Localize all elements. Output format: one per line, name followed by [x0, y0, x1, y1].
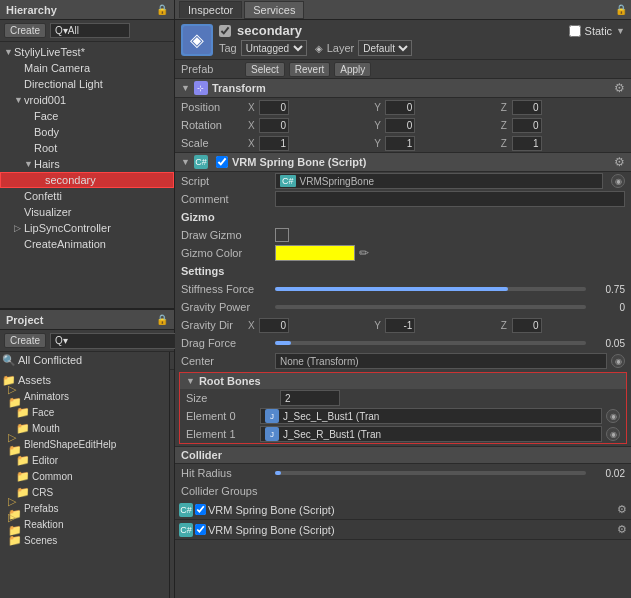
inspector-lock-icon[interactable]: 🔒 — [615, 4, 627, 15]
object-active-checkbox[interactable] — [219, 25, 231, 37]
pos-x-input[interactable] — [259, 100, 289, 115]
tree-item-stylylivetest[interactable]: ▼ StyliyLiveTest* — [0, 44, 174, 60]
tree-item-secondary[interactable]: secondary — [0, 172, 174, 188]
crs-folder[interactable]: 📁 CRS — [0, 484, 169, 500]
layer-select[interactable]: Default — [358, 40, 412, 56]
common-folder[interactable]: 📁 Common — [0, 468, 169, 484]
vrm-spring-bottom-1[interactable]: C# VRM Spring Bone (Script) ⚙ — [175, 500, 631, 520]
center-circle-btn[interactable]: ◉ — [611, 354, 625, 368]
script-circle-btn[interactable]: ◉ — [611, 174, 625, 188]
tag-select[interactable]: Untagged — [241, 40, 307, 56]
comment-input[interactable] — [275, 191, 625, 207]
editor-folder[interactable]: 📁 Editor — [0, 452, 169, 468]
assets-folder[interactable]: 📁 Assets — [0, 372, 169, 388]
vrm-spring-bottom-2[interactable]: C# VRM Spring Bone (Script) ⚙ — [175, 520, 631, 540]
scenes-folder[interactable]: 📁 Scenes — [0, 532, 169, 548]
project-create-button[interactable]: Create — [4, 333, 46, 348]
tree-item-visualizer[interactable]: Visualizer — [0, 204, 174, 220]
tree-item-root[interactable]: Root — [0, 140, 174, 156]
scl-z-input[interactable] — [512, 136, 542, 151]
hierarchy-search[interactable] — [50, 23, 130, 38]
prefabs-folder[interactable]: ▷📁 Prefabs — [0, 500, 169, 516]
blendshaped-folder[interactable]: ▷📁 BlendShapeEditHelp — [0, 436, 169, 452]
static-dropdown-icon[interactable]: ▼ — [616, 26, 625, 36]
scl-x-input[interactable] — [259, 136, 289, 151]
reaktion-folder[interactable]: ▷📁 Reaktion — [0, 516, 169, 532]
element0-field[interactable]: J J_Sec_L_Bust1 (Tran — [260, 408, 602, 424]
scl-y-input[interactable] — [385, 136, 415, 151]
script-createbone[interactable]: C# CreateBoneAnimG — [170, 386, 174, 402]
scl-y-field: Y — [374, 136, 498, 151]
gizmo-section-label: Gizmo — [181, 211, 215, 223]
tree-item-body[interactable]: Body — [0, 124, 174, 140]
vrm-bottom1-gear[interactable]: ⚙ — [617, 503, 627, 516]
grav-z-input[interactable] — [512, 318, 542, 333]
prefab-revert-button[interactable]: Revert — [289, 62, 330, 77]
rot-y-input[interactable] — [385, 118, 415, 133]
mouth-label: Mouth — [32, 423, 60, 434]
transform-settings-icon[interactable]: ⚙ — [614, 81, 625, 95]
pos-z-input[interactable] — [512, 100, 542, 115]
vrm-bottom2-checkbox[interactable] — [195, 524, 206, 535]
collider-section-row: Collider — [175, 446, 631, 464]
hit-radius-slider[interactable] — [275, 471, 586, 475]
animators-folder[interactable]: ▷📁 Animators — [0, 388, 169, 404]
vrm-spring-section-header[interactable]: ▼ C# VRM Spring Bone (Script) ⚙ — [175, 152, 631, 172]
pos-y-input[interactable] — [385, 100, 415, 115]
tree-label-secondary: secondary — [45, 174, 96, 186]
static-checkbox[interactable] — [569, 25, 581, 37]
rotation-fields: X Y Z — [248, 118, 625, 133]
hierarchy-header: Hierarchy 🔒 — [0, 0, 174, 20]
scl-x-field: X — [248, 136, 372, 151]
draw-gizmo-checkbox[interactable] — [275, 228, 289, 242]
tree-item-vroid001[interactable]: ▼ vroid001 — [0, 92, 174, 108]
vrm-active-checkbox[interactable] — [216, 156, 228, 168]
vrm-settings-icon[interactable]: ⚙ — [614, 155, 625, 169]
services-tab[interactable]: Services — [244, 1, 304, 19]
vrm-script-icon: C# — [194, 155, 208, 169]
tree-item-hairs[interactable]: ▼ Hairs — [0, 156, 174, 172]
stiffness-slider[interactable] — [275, 287, 586, 291]
project-search[interactable] — [50, 333, 187, 349]
stiffness-label: Stiffness Force — [181, 283, 271, 295]
mouth-folder[interactable]: 📁 Mouth — [0, 420, 169, 436]
hierarchy-create-button[interactable]: Create — [4, 23, 46, 38]
center-field[interactable]: None (Transform) — [275, 353, 607, 369]
folder-icon-scenes: 📁 — [8, 534, 22, 547]
vrm-bottom1-checkbox[interactable] — [195, 504, 206, 515]
tree-item-main-camera[interactable]: Main Camera — [0, 60, 174, 76]
gravity-power-slider[interactable] — [275, 305, 586, 309]
position-label: Position — [181, 101, 246, 113]
rot-z-input[interactable] — [512, 118, 542, 133]
grav-y-input[interactable] — [385, 318, 415, 333]
element1-value: J_Sec_R_Bust1 (Tran — [283, 429, 381, 440]
vrm-bottom1-label: VRM Spring Bone (Script) — [208, 504, 615, 516]
tree-item-directional-light[interactable]: Directional Light — [0, 76, 174, 92]
vrm-options: ⚙ — [614, 155, 625, 169]
script-field[interactable]: C# VRMSpringBone — [275, 173, 603, 189]
prefab-apply-button[interactable]: Apply — [334, 62, 371, 77]
element1-field[interactable]: J J_Sec_R_Bust1 (Tran — [260, 426, 602, 442]
prefab-select-button[interactable]: Select — [245, 62, 285, 77]
tree-item-lipsynccont[interactable]: ▷ LipSyncController — [0, 220, 174, 236]
script-createblend[interactable]: C# CreateBlendShape — [170, 370, 174, 386]
element0-circle-btn[interactable]: ◉ — [606, 409, 620, 423]
inspector-tab[interactable]: Inspector — [179, 1, 242, 18]
tree-item-face[interactable]: Face — [0, 108, 174, 124]
size-input[interactable] — [280, 390, 340, 406]
gizmo-color-swatch[interactable] — [275, 245, 355, 261]
vrm-bottom2-gear[interactable]: ⚙ — [617, 523, 627, 536]
root-bones-header[interactable]: ▼ Root Bones — [180, 373, 626, 389]
face-folder[interactable]: 📁 Face — [0, 404, 169, 420]
tree-item-createanim[interactable]: CreateAnimation — [0, 236, 174, 252]
element1-circle-btn[interactable]: ◉ — [606, 427, 620, 441]
all-conflicted-item[interactable]: 🔍 All Conflicted — [0, 352, 169, 368]
drag-slider[interactable] — [275, 341, 586, 345]
element1-row: Element 1 J J_Sec_R_Bust1 (Tran ◉ — [180, 425, 626, 443]
grav-x-input[interactable] — [259, 318, 289, 333]
tree-item-confetti[interactable]: Confetti — [0, 188, 174, 204]
gizmo-edit-icon[interactable]: ✏ — [359, 246, 369, 260]
transform-section-header[interactable]: ▼ ⊹ Transform ⚙ — [175, 78, 631, 98]
tree-label-main-camera: Main Camera — [24, 62, 90, 74]
rot-x-input[interactable] — [259, 118, 289, 133]
